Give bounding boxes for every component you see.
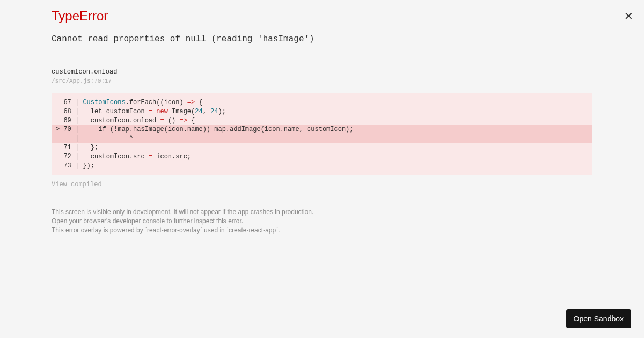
footer-line: This error overlay is powered by `react-… <box>52 226 592 235</box>
code-block: 67 | CustomIcons.forEach((icon) => { 68 … <box>52 93 592 175</box>
code-line-caret: | ^ <box>52 134 592 143</box>
code-line: 67 | CustomIcons.forEach((icon) => { <box>52 98 592 107</box>
code-line: 73 | }); <box>52 161 592 171</box>
stack-file-location: /src/App.js:70:17 <box>52 78 592 84</box>
footer-text: This screen is visible only in developme… <box>52 208 592 234</box>
code-line: 68 | let customIcon = new Image(24, 24); <box>52 107 592 116</box>
divider <box>52 57 592 57</box>
code-line: 71 | }; <box>52 143 592 152</box>
open-sandbox-button[interactable]: Open Sandbox <box>566 309 631 328</box>
code-line-error: > 70 | if (!map.hasImage(icon.name)) map… <box>52 125 592 134</box>
code-line: 72 | customIcon.src = icon.src; <box>52 152 592 161</box>
footer-line: This screen is visible only in developme… <box>52 208 592 217</box>
close-button[interactable]: ✕ <box>624 11 633 21</box>
view-compiled-link[interactable]: View compiled <box>52 181 592 188</box>
stack-function-name: customIcon.onload <box>52 68 592 76</box>
error-type-heading: TypeError <box>52 9 592 24</box>
close-icon: ✕ <box>624 10 633 22</box>
footer-line: Open your browser's developer console to… <box>52 217 592 226</box>
code-line: 69 | customIcon.onload = () => { <box>52 116 592 126</box>
error-message: Cannot read properties of null (reading … <box>52 34 592 44</box>
